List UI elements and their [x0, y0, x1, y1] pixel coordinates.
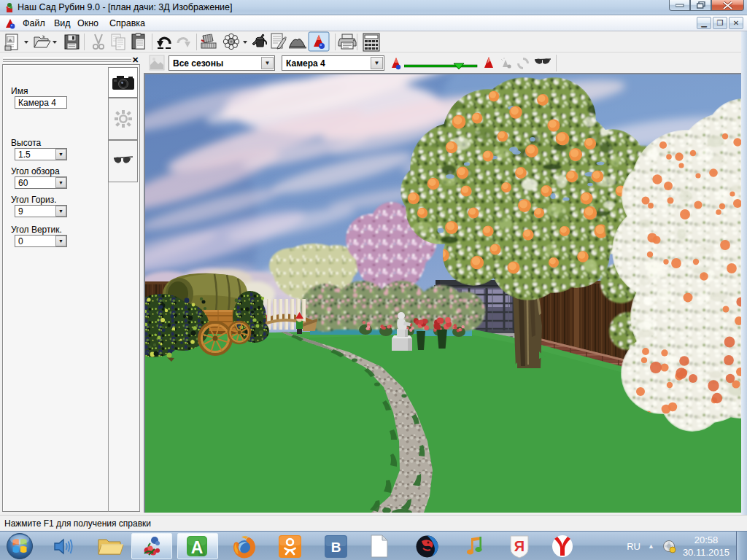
svg-text:Я: Я: [514, 538, 525, 554]
svg-text:A: A: [191, 538, 204, 557]
svg-text:В: В: [331, 540, 341, 555]
